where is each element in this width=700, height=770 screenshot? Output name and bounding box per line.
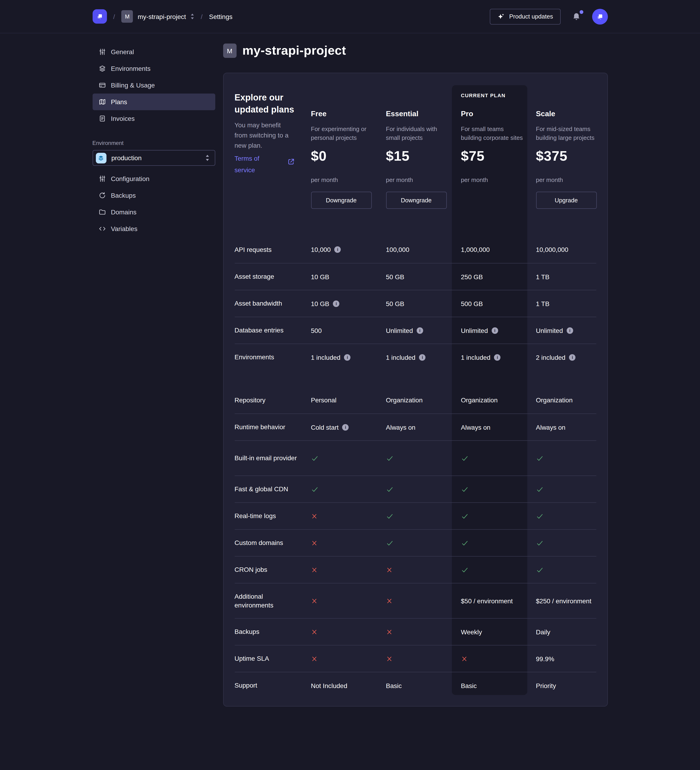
row-label: Built-in email provider bbox=[234, 454, 311, 463]
layers-icon bbox=[99, 65, 106, 72]
product-updates-button[interactable]: Product updates bbox=[490, 8, 560, 24]
plan-cell bbox=[311, 455, 386, 462]
plan-cell: Always on bbox=[536, 424, 596, 431]
sliders-icon bbox=[99, 48, 106, 55]
info-icon[interactable]: i bbox=[344, 354, 351, 361]
product-updates-label: Product updates bbox=[509, 13, 553, 20]
plan-cell bbox=[386, 455, 461, 462]
sidebar-item-variables[interactable]: Variables bbox=[92, 220, 215, 237]
plan-cell bbox=[311, 566, 386, 573]
plan-cell bbox=[311, 597, 386, 604]
check-icon bbox=[461, 566, 468, 573]
plan-cell bbox=[311, 540, 386, 546]
sidebar-item-label: Domains bbox=[111, 209, 137, 216]
cell-value: 2 included bbox=[536, 354, 566, 361]
plan-cell bbox=[386, 485, 461, 493]
cell-value: Weekly bbox=[461, 628, 482, 636]
cell-value: Unlimited bbox=[386, 327, 413, 334]
breadcrumb-separator: / bbox=[113, 13, 115, 20]
strapi-logo-icon[interactable] bbox=[92, 9, 107, 24]
plans-intro: Explore our updated plans You may benefi… bbox=[234, 73, 311, 236]
downgrade-button-free[interactable]: Downgrade bbox=[311, 192, 372, 209]
plan-cell bbox=[311, 655, 386, 662]
strapi-glyph-icon bbox=[95, 13, 103, 20]
plan-cell: Cold starti bbox=[311, 424, 386, 431]
page-title-row: M my-strapi-project bbox=[223, 44, 608, 58]
cell-value: Organization bbox=[386, 396, 423, 404]
avatar[interactable] bbox=[592, 8, 608, 24]
info-icon[interactable]: i bbox=[567, 327, 573, 333]
sidebar-item-label: General bbox=[111, 48, 134, 55]
sidebar-item-invoices[interactable]: Invoices bbox=[92, 110, 215, 127]
plan-description: For mid-sized teams building large proje… bbox=[536, 125, 599, 142]
notifications-button[interactable] bbox=[572, 12, 581, 21]
upgrade-button-scale[interactable]: Upgrade bbox=[536, 192, 597, 209]
info-icon[interactable]: i bbox=[417, 327, 423, 333]
table-row: Built-in email provider bbox=[234, 440, 596, 476]
sidebar-item-domains[interactable]: Domains bbox=[92, 204, 215, 220]
plan-cell: $50 / environment bbox=[461, 597, 536, 605]
cell-value: Unlimited bbox=[461, 327, 488, 334]
check-icon bbox=[386, 512, 393, 520]
info-icon[interactable]: i bbox=[491, 327, 498, 333]
sidebar-item-plans[interactable]: Plans bbox=[92, 94, 215, 110]
plan-cell bbox=[311, 485, 386, 493]
plan-name: Scale bbox=[536, 110, 555, 118]
sidebar-environment-nav: ConfigurationBackupsDomainsVariables bbox=[92, 170, 215, 237]
table-row: RepositoryPersonalOrganizationOrganizati… bbox=[234, 387, 596, 414]
cell-value: Always on bbox=[536, 424, 566, 431]
sidebar-item-billing-usage[interactable]: Billing & Usage bbox=[92, 77, 215, 94]
plan-cell: 2 includedi bbox=[536, 354, 596, 361]
plan-cell bbox=[386, 655, 461, 662]
invoice-icon bbox=[99, 115, 106, 122]
cross-icon bbox=[386, 655, 392, 662]
info-icon[interactable]: i bbox=[335, 246, 341, 253]
project-badge: M bbox=[121, 10, 133, 23]
row-label: Asset bandwidth bbox=[234, 299, 311, 308]
sidebar-item-label: Configuration bbox=[111, 175, 150, 183]
cell-value: 250 GB bbox=[461, 273, 483, 280]
sidebar-item-label: Environments bbox=[111, 65, 150, 72]
check-icon bbox=[536, 566, 543, 573]
cross-icon bbox=[386, 566, 392, 573]
cell-value: 50 GB bbox=[386, 300, 404, 307]
folder-icon bbox=[99, 209, 106, 216]
plan-cell: Basic bbox=[461, 682, 536, 689]
plan-cell bbox=[311, 629, 386, 635]
environment-selector[interactable]: production bbox=[92, 150, 215, 166]
breadcrumb-section[interactable]: Settings bbox=[209, 13, 233, 20]
plan-name: Essential bbox=[386, 110, 419, 118]
info-icon[interactable]: i bbox=[494, 354, 501, 361]
strapi-glyph-icon bbox=[596, 12, 604, 21]
info-icon[interactable]: i bbox=[342, 424, 349, 430]
terms-of-service-link[interactable]: Terms of service bbox=[234, 153, 272, 176]
plan-column-essential: EssentialFor individuals with small proj… bbox=[386, 73, 461, 236]
table-row: CRON jobs bbox=[234, 556, 596, 583]
plan-cell: 1 includedi bbox=[386, 354, 461, 361]
plan-cell: Personal bbox=[311, 396, 386, 404]
downgrade-button-essential[interactable]: Downgrade bbox=[386, 192, 446, 209]
plan-cell: Always on bbox=[386, 424, 461, 431]
plan-cell bbox=[536, 566, 596, 573]
info-icon[interactable]: i bbox=[419, 354, 426, 361]
cell-value: Cold start bbox=[311, 424, 339, 431]
plan-cell: $250 / environment bbox=[536, 597, 596, 605]
plan-cell: Basic bbox=[386, 682, 461, 689]
plans-intro-heading: Explore our updated plans bbox=[234, 92, 296, 116]
plan-cell: Unlimitedi bbox=[461, 327, 536, 334]
sidebar-item-general[interactable]: General bbox=[92, 44, 215, 60]
cell-value: Organization bbox=[461, 396, 498, 404]
sidebar-item-backups[interactable]: Backups bbox=[92, 187, 215, 204]
sidebar-item-environments[interactable]: Environments bbox=[92, 60, 215, 77]
external-link-icon[interactable] bbox=[287, 158, 295, 166]
plan-description: For experimenting or personal projects bbox=[311, 125, 374, 142]
info-icon[interactable]: i bbox=[569, 354, 576, 361]
breadcrumb-project-switcher[interactable]: M my-strapi-project bbox=[121, 10, 194, 23]
plan-period: per month bbox=[386, 176, 413, 183]
plan-cell bbox=[461, 539, 536, 547]
info-icon[interactable]: i bbox=[333, 300, 339, 307]
sidebar-item-configuration[interactable]: Configuration bbox=[92, 170, 215, 187]
plan-cell bbox=[536, 512, 596, 520]
check-icon bbox=[311, 485, 318, 493]
plan-cell: Always on bbox=[461, 424, 536, 431]
